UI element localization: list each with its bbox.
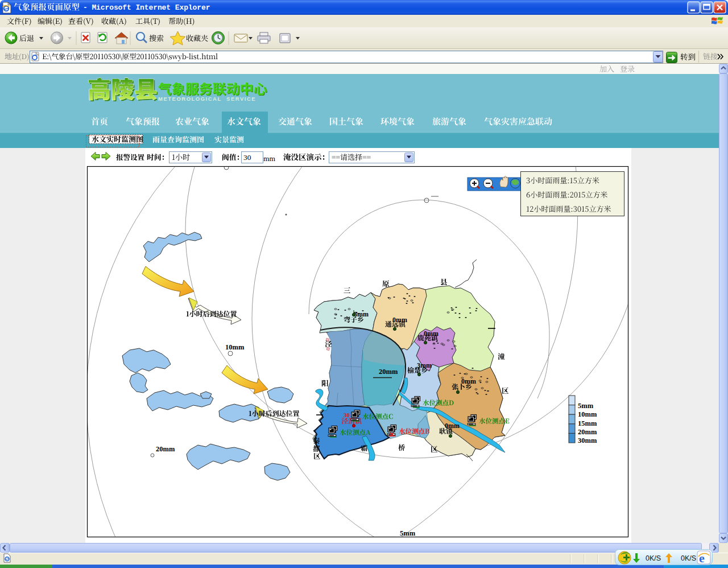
svg-text:5mm: 5mm <box>578 402 594 410</box>
svg-text:0K/S: 0K/S <box>681 554 696 562</box>
svg-text:20mm: 20mm <box>156 445 175 453</box>
svg-text:20mm: 20mm <box>578 428 597 436</box>
svg-text:mm: mm <box>263 154 276 163</box>
svg-text:10mm: 10mm <box>578 410 597 418</box>
svg-text:5mm: 5mm <box>400 529 416 537</box>
svg-text:15mm: 15mm <box>578 419 597 427</box>
svg-text:0mm: 0mm <box>392 316 407 324</box>
svg-text:30mm: 30mm <box>578 437 597 444</box>
svg-text:- Microsoft Internet Explorer: - Microsoft Internet Explorer <box>83 3 210 12</box>
svg-text:30: 30 <box>243 153 251 162</box>
svg-text:10mm: 10mm <box>225 343 245 351</box>
svg-text:0K/S: 0K/S <box>646 554 661 562</box>
svg-text:30: 30 <box>344 411 350 418</box>
svg-text:20mm: 20mm <box>379 368 398 376</box>
svg-text:METEOROLOGICAL SERVICE: METEOROLOGICAL SERVICE <box>158 96 256 102</box>
